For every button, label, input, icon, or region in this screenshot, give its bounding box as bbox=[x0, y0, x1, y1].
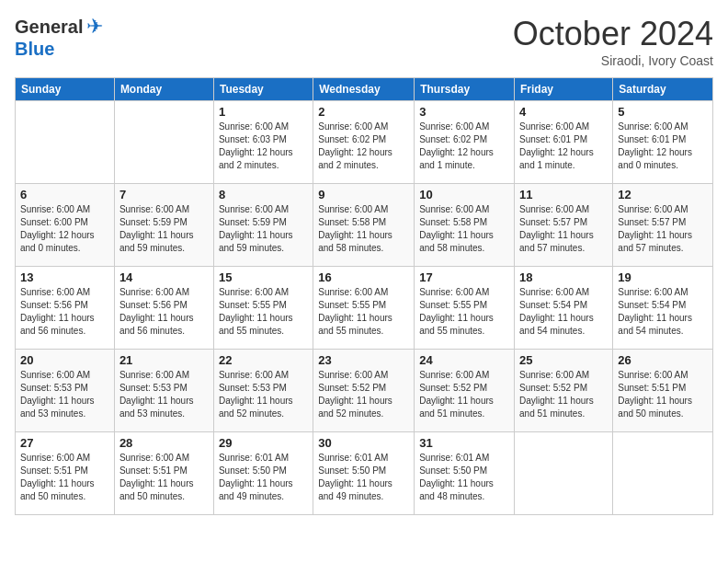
day-number: 22 bbox=[219, 353, 308, 367]
day-info: Sunrise: 6:00 AMSunset: 5:59 PMDaylight:… bbox=[119, 203, 209, 255]
logo-bird-icon: ✈ bbox=[86, 15, 103, 39]
day-info: Sunrise: 6:00 AMSunset: 5:58 PMDaylight:… bbox=[419, 203, 509, 255]
calendar-cell: 15Sunrise: 6:00 AMSunset: 5:55 PMDayligh… bbox=[213, 267, 313, 350]
logo: General ✈ Blue bbox=[15, 15, 103, 60]
calendar-cell: 5Sunrise: 6:00 AMSunset: 6:01 PMDaylight… bbox=[613, 101, 713, 184]
day-info: Sunrise: 6:00 AMSunset: 5:52 PMDaylight:… bbox=[519, 369, 608, 420]
calendar-cell: 24Sunrise: 6:00 AMSunset: 5:52 PMDayligh… bbox=[415, 350, 515, 432]
day-info: Sunrise: 6:00 AMSunset: 6:00 PMDaylight:… bbox=[20, 203, 109, 255]
calendar-cell bbox=[515, 432, 613, 515]
day-info: Sunrise: 6:00 AMSunset: 5:53 PMDaylight:… bbox=[119, 369, 209, 420]
day-number: 4 bbox=[519, 105, 608, 119]
calendar-cell: 30Sunrise: 6:01 AMSunset: 5:50 PMDayligh… bbox=[313, 432, 415, 515]
calendar-cell: 2Sunrise: 6:00 AMSunset: 6:02 PMDaylight… bbox=[313, 101, 415, 184]
day-number: 27 bbox=[20, 436, 109, 450]
weekday-header-wednesday: Wednesday bbox=[313, 78, 415, 101]
day-number: 31 bbox=[419, 436, 509, 450]
calendar-cell: 23Sunrise: 6:00 AMSunset: 5:52 PMDayligh… bbox=[313, 350, 415, 432]
day-info: Sunrise: 6:00 AMSunset: 6:03 PMDaylight:… bbox=[219, 121, 308, 172]
calendar-cell: 20Sunrise: 6:00 AMSunset: 5:53 PMDayligh… bbox=[16, 350, 115, 432]
weekday-header-friday: Friday bbox=[515, 78, 613, 101]
calendar-cell: 3Sunrise: 6:00 AMSunset: 6:02 PMDaylight… bbox=[415, 101, 515, 184]
calendar-cell: 11Sunrise: 6:00 AMSunset: 5:57 PMDayligh… bbox=[515, 184, 613, 267]
day-info: Sunrise: 6:01 AMSunset: 5:50 PMDaylight:… bbox=[318, 452, 409, 503]
day-info: Sunrise: 6:00 AMSunset: 6:01 PMDaylight:… bbox=[519, 121, 608, 172]
day-number: 24 bbox=[419, 353, 509, 367]
month-title: October 2024 bbox=[513, 15, 713, 53]
day-number: 5 bbox=[618, 105, 708, 119]
calendar-cell: 6Sunrise: 6:00 AMSunset: 6:00 PMDaylight… bbox=[16, 184, 115, 267]
calendar-week-2: 6Sunrise: 6:00 AMSunset: 6:00 PMDaylight… bbox=[16, 184, 713, 267]
title-section: October 2024 Siraodi, Ivory Coast bbox=[513, 15, 713, 68]
location-subtitle: Siraodi, Ivory Coast bbox=[513, 53, 713, 68]
day-number: 23 bbox=[318, 353, 409, 367]
day-info: Sunrise: 6:00 AMSunset: 5:51 PMDaylight:… bbox=[119, 452, 209, 503]
weekday-header-monday: Monday bbox=[114, 78, 213, 101]
day-number: 10 bbox=[419, 188, 509, 201]
calendar-cell: 8Sunrise: 6:00 AMSunset: 5:59 PMDaylight… bbox=[213, 184, 313, 267]
weekday-header-tuesday: Tuesday bbox=[213, 78, 313, 101]
calendar-cell: 31Sunrise: 6:01 AMSunset: 5:50 PMDayligh… bbox=[415, 432, 515, 515]
day-info: Sunrise: 6:00 AMSunset: 5:55 PMDaylight:… bbox=[318, 286, 409, 338]
calendar-cell bbox=[114, 101, 213, 184]
page-header: General ✈ Blue October 2024 Siraodi, Ivo… bbox=[15, 15, 713, 68]
day-info: Sunrise: 6:00 AMSunset: 6:02 PMDaylight:… bbox=[318, 121, 409, 172]
day-info: Sunrise: 6:01 AMSunset: 5:50 PMDaylight:… bbox=[219, 452, 308, 503]
calendar-cell: 4Sunrise: 6:00 AMSunset: 6:01 PMDaylight… bbox=[515, 101, 613, 184]
day-number: 13 bbox=[20, 270, 109, 284]
calendar-week-3: 13Sunrise: 6:00 AMSunset: 5:56 PMDayligh… bbox=[16, 267, 713, 350]
day-number: 29 bbox=[219, 436, 308, 450]
day-number: 12 bbox=[618, 188, 708, 201]
day-number: 20 bbox=[20, 353, 109, 367]
day-number: 19 bbox=[618, 270, 708, 284]
day-info: Sunrise: 6:01 AMSunset: 5:50 PMDaylight:… bbox=[419, 452, 509, 503]
day-number: 25 bbox=[519, 353, 608, 367]
day-info: Sunrise: 6:00 AMSunset: 5:52 PMDaylight:… bbox=[419, 369, 509, 420]
day-info: Sunrise: 6:00 AMSunset: 5:58 PMDaylight:… bbox=[318, 203, 409, 255]
day-number: 15 bbox=[219, 270, 308, 284]
calendar-week-1: 1Sunrise: 6:00 AMSunset: 6:03 PMDaylight… bbox=[16, 101, 713, 184]
calendar-cell: 10Sunrise: 6:00 AMSunset: 5:58 PMDayligh… bbox=[415, 184, 515, 267]
day-info: Sunrise: 6:00 AMSunset: 5:57 PMDaylight:… bbox=[618, 203, 708, 255]
calendar-cell bbox=[16, 101, 115, 184]
day-info: Sunrise: 6:00 AMSunset: 5:51 PMDaylight:… bbox=[618, 369, 708, 420]
day-info: Sunrise: 6:00 AMSunset: 5:56 PMDaylight:… bbox=[20, 286, 109, 338]
calendar-cell: 16Sunrise: 6:00 AMSunset: 5:55 PMDayligh… bbox=[313, 267, 415, 350]
day-info: Sunrise: 6:00 AMSunset: 5:59 PMDaylight:… bbox=[219, 203, 308, 255]
day-info: Sunrise: 6:00 AMSunset: 5:54 PMDaylight:… bbox=[618, 286, 708, 338]
day-info: Sunrise: 6:00 AMSunset: 5:53 PMDaylight:… bbox=[20, 369, 109, 420]
day-number: 7 bbox=[119, 188, 209, 201]
calendar-cell: 25Sunrise: 6:00 AMSunset: 5:52 PMDayligh… bbox=[515, 350, 613, 432]
calendar-cell bbox=[613, 432, 713, 515]
calendar-body: 1Sunrise: 6:00 AMSunset: 6:03 PMDaylight… bbox=[16, 101, 713, 515]
weekday-header-thursday: Thursday bbox=[415, 78, 515, 101]
day-info: Sunrise: 6:00 AMSunset: 5:54 PMDaylight:… bbox=[519, 286, 608, 338]
day-number: 6 bbox=[20, 188, 109, 201]
calendar-week-4: 20Sunrise: 6:00 AMSunset: 5:53 PMDayligh… bbox=[16, 350, 713, 432]
calendar-cell: 22Sunrise: 6:00 AMSunset: 5:53 PMDayligh… bbox=[213, 350, 313, 432]
day-number: 28 bbox=[119, 436, 209, 450]
calendar-table: SundayMondayTuesdayWednesdayThursdayFrid… bbox=[15, 77, 713, 515]
calendar-cell: 13Sunrise: 6:00 AMSunset: 5:56 PMDayligh… bbox=[16, 267, 115, 350]
day-number: 17 bbox=[419, 270, 509, 284]
day-info: Sunrise: 6:00 AMSunset: 5:53 PMDaylight:… bbox=[219, 369, 308, 420]
calendar-cell: 18Sunrise: 6:00 AMSunset: 5:54 PMDayligh… bbox=[515, 267, 613, 350]
day-info: Sunrise: 6:00 AMSunset: 5:52 PMDaylight:… bbox=[318, 369, 409, 420]
day-number: 3 bbox=[419, 105, 509, 119]
day-number: 11 bbox=[519, 188, 608, 201]
calendar-cell: 7Sunrise: 6:00 AMSunset: 5:59 PMDaylight… bbox=[114, 184, 213, 267]
logo-general-text: General bbox=[15, 17, 83, 38]
day-number: 8 bbox=[219, 188, 308, 201]
day-number: 9 bbox=[318, 188, 409, 201]
day-number: 21 bbox=[119, 353, 209, 367]
day-number: 18 bbox=[519, 270, 608, 284]
day-number: 1 bbox=[219, 105, 308, 119]
calendar-week-5: 27Sunrise: 6:00 AMSunset: 5:51 PMDayligh… bbox=[16, 432, 713, 515]
calendar-cell: 21Sunrise: 6:00 AMSunset: 5:53 PMDayligh… bbox=[114, 350, 213, 432]
calendar-cell: 19Sunrise: 6:00 AMSunset: 5:54 PMDayligh… bbox=[613, 267, 713, 350]
day-info: Sunrise: 6:00 AMSunset: 5:57 PMDaylight:… bbox=[519, 203, 608, 255]
day-info: Sunrise: 6:00 AMSunset: 6:02 PMDaylight:… bbox=[419, 121, 509, 172]
weekday-header-saturday: Saturday bbox=[613, 78, 713, 101]
calendar-cell: 26Sunrise: 6:00 AMSunset: 5:51 PMDayligh… bbox=[613, 350, 713, 432]
day-info: Sunrise: 6:00 AMSunset: 5:55 PMDaylight:… bbox=[219, 286, 308, 338]
